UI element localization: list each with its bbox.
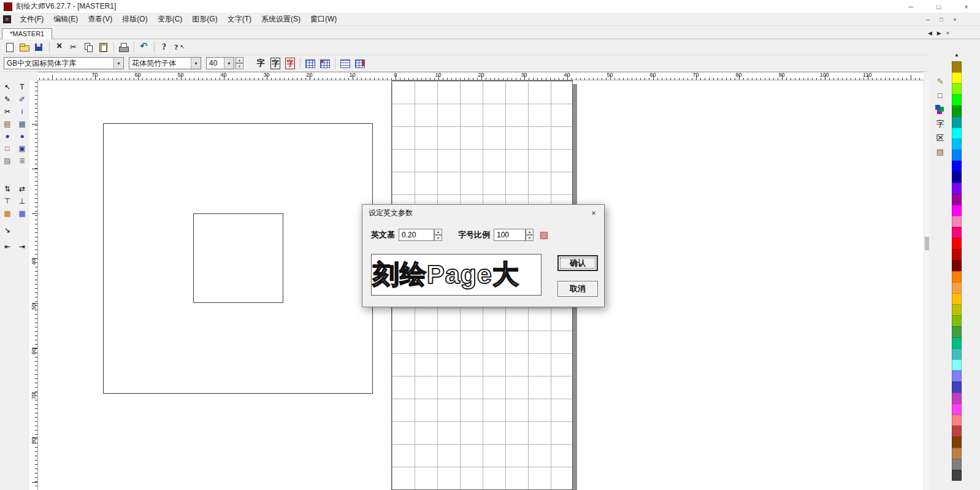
font-library-select[interactable]: GB中文国标简体字库 ▼ (4, 57, 124, 69)
dialog-titlebar[interactable]: 设定英文参数 × (362, 205, 604, 221)
english-base-input[interactable] (399, 229, 434, 241)
save-file-button[interactable] (32, 40, 47, 54)
layout-grid-2-button[interactable] (318, 56, 332, 70)
shape-rectangle-small[interactable] (193, 213, 283, 303)
undo-button[interactable] (137, 40, 151, 54)
color-swatch[interactable] (952, 227, 962, 238)
color-swatch[interactable] (952, 260, 962, 271)
close-button[interactable]: × (952, 0, 980, 13)
spin-down-icon[interactable]: ▼ (526, 235, 534, 241)
color-swatch[interactable] (952, 392, 962, 404)
maximize-button[interactable]: □ (925, 0, 952, 13)
color-swatch[interactable] (952, 72, 962, 83)
color-swatch[interactable] (952, 293, 962, 304)
table-layout-tool[interactable]: ▦ (15, 208, 29, 219)
menu-item[interactable]: 排版(O) (117, 13, 152, 26)
color-swatch[interactable] (952, 337, 962, 348)
copy-button[interactable] (82, 40, 96, 54)
char-panel-icon[interactable]: 字 (932, 117, 948, 130)
scrollbar-thumb[interactable] (925, 237, 929, 250)
tab-next-icon[interactable]: ▶ (936, 30, 943, 36)
page-tool[interactable]: ▤ (1, 118, 14, 129)
color-swatch[interactable] (952, 205, 962, 216)
color-swatch[interactable] (952, 249, 962, 260)
color-swatch[interactable] (952, 128, 962, 139)
vertical-align-tool[interactable]: ⇅ (1, 183, 14, 194)
spin-down-icon[interactable]: ▼ (235, 63, 243, 69)
menu-item[interactable]: 系统设置(S) (256, 13, 305, 26)
chevron-down-icon[interactable]: ▼ (191, 58, 201, 69)
color-swatch[interactable] (952, 139, 962, 150)
chevron-down-icon[interactable]: ▼ (113, 58, 123, 69)
char-style-plain-button[interactable]: 字 (253, 56, 268, 70)
color-swatch[interactable] (952, 415, 962, 426)
color-swatch[interactable] (952, 404, 962, 415)
color-swatch[interactable] (952, 437, 962, 448)
color-swatch[interactable] (952, 238, 962, 249)
stretch-horizontal-tool[interactable]: ⇤ (1, 241, 14, 252)
print-button[interactable] (117, 40, 131, 54)
menu-item[interactable]: 文件(F) (15, 13, 48, 26)
color-swatch[interactable] (952, 61, 962, 72)
color-swatch[interactable] (952, 271, 962, 282)
ellipse-tool[interactable]: ● (1, 131, 14, 142)
color-swatch[interactable] (952, 161, 962, 172)
menu-item[interactable]: 窗口(W) (305, 13, 342, 26)
font-ratio-input[interactable] (494, 229, 526, 241)
color-swatch[interactable] (952, 381, 962, 392)
region-panel-icon[interactable]: 区 (932, 131, 948, 144)
spin-up-icon[interactable]: ▲ (434, 229, 442, 235)
menu-item[interactable]: 图形(G) (187, 13, 222, 26)
color-swatch[interactable] (952, 348, 962, 359)
color-swatch[interactable] (952, 459, 962, 470)
menu-item[interactable]: 文字(T) (223, 13, 256, 26)
print-preview-tool[interactable]: ▤ (1, 155, 14, 166)
circle-tool[interactable]: ● (15, 131, 29, 142)
color-swatch[interactable] (952, 172, 962, 183)
tab-close-icon[interactable]: × (945, 30, 951, 36)
mdi-restore-button[interactable]: □ (935, 15, 948, 25)
horizontal-align-tool[interactable]: ⇄ (15, 183, 29, 194)
help-button[interactable] (157, 40, 172, 54)
delete-button[interactable] (52, 40, 67, 54)
color-swatch[interactable] (952, 194, 962, 205)
cancel-button[interactable]: 取消 (557, 281, 598, 297)
color-swatch[interactable] (952, 83, 962, 94)
context-help-button[interactable] (172, 40, 186, 54)
mdi-minimize-button[interactable]: ─ (921, 15, 935, 25)
tab-prev-icon[interactable]: ◀ (927, 30, 933, 36)
color-swatch[interactable] (952, 370, 962, 381)
color-swatch[interactable] (952, 304, 962, 315)
color-swatch[interactable] (952, 105, 962, 117)
spin-up-icon[interactable]: ▲ (526, 229, 534, 235)
top-align-tool[interactable]: ⊤ (1, 196, 14, 207)
color-swatch[interactable] (952, 470, 962, 481)
char-style-red-button[interactable]: 字 (283, 56, 297, 70)
confirm-button[interactable]: 确认 (557, 255, 598, 271)
new-document-button[interactable] (2, 40, 17, 54)
color-swatch[interactable] (952, 183, 962, 194)
color-swatch[interactable] (952, 282, 962, 293)
tab-master1[interactable]: *MASTER1 (2, 28, 52, 39)
knife-tool[interactable]: ✂ (1, 106, 14, 117)
rect-tool[interactable]: □ (1, 143, 14, 154)
color-swatch[interactable] (952, 94, 962, 105)
node-edit-tool[interactable]: ✐ (15, 94, 29, 105)
grid-layout-tool[interactable]: ▦ (1, 208, 14, 219)
spin-down-icon[interactable]: ▼ (434, 235, 442, 241)
color-swatch[interactable] (952, 359, 962, 370)
pen-color-icon[interactable]: ✎ (932, 75, 948, 88)
info-tool[interactable]: i (15, 106, 29, 117)
menu-item[interactable]: 变形(C) (153, 13, 188, 26)
font-name-select[interactable]: 花体简竹子体 ▼ (129, 57, 201, 69)
layout-grid-3-button[interactable] (338, 56, 353, 70)
color-blocks-icon[interactable] (932, 103, 948, 116)
color-swatch[interactable] (952, 150, 962, 161)
menu-item[interactable]: 编辑(E) (48, 13, 83, 26)
font-size-select[interactable]: 40 ▼ (206, 57, 234, 69)
cut-button[interactable] (67, 40, 82, 54)
film-tool[interactable]: ▦ (15, 118, 29, 129)
text-tool[interactable]: T (15, 82, 29, 93)
select-tool[interactable]: ↖ (1, 82, 14, 93)
canvas-scrollbar[interactable] (924, 80, 929, 490)
